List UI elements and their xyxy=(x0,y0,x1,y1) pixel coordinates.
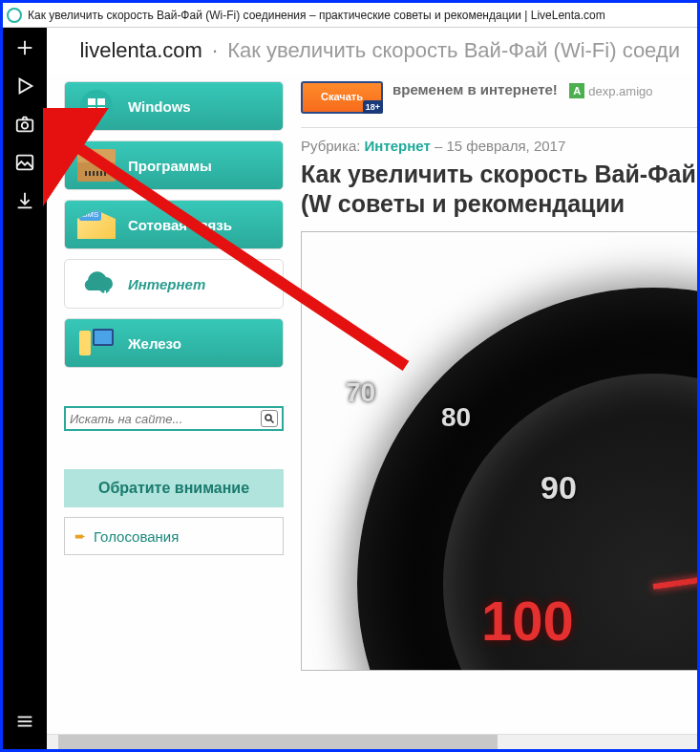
category-mobile[interactable]: SMS Сотовая связь xyxy=(64,200,284,249)
main-content: Скачать 18+ временем в интернете! A dexp… xyxy=(284,81,697,749)
rubric-row: Рубрика: Интернет – 15 февраля, 2017 xyxy=(301,138,697,154)
box-icon xyxy=(77,149,116,182)
svg-rect-3 xyxy=(17,119,33,131)
category-hardware[interactable]: Железо xyxy=(64,318,284,368)
play-icon[interactable] xyxy=(14,75,35,97)
category-windows[interactable]: Windows xyxy=(64,81,284,131)
windows-icon xyxy=(80,90,113,122)
opera-sidebar xyxy=(3,28,47,749)
speedometer-needle xyxy=(653,547,697,590)
search-input[interactable] xyxy=(70,412,261,426)
ad-banner[interactable]: Скачать 18+ временем в интернете! A dexp… xyxy=(301,81,697,114)
rubric-link[interactable]: Интернет xyxy=(365,138,431,154)
search-button[interactable] xyxy=(261,410,278,427)
mail-icon: SMS xyxy=(77,210,116,239)
window-title: Как увеличить скорость Вай-Фай (Wi-Fi) с… xyxy=(28,9,605,22)
svg-point-10 xyxy=(265,415,271,420)
attention-heading: Обратите внимание xyxy=(64,469,284,507)
speedo-tick-70: 70 xyxy=(346,377,375,408)
scrollbar-thumb[interactable] xyxy=(58,735,498,749)
svg-line-11 xyxy=(271,420,274,423)
category-internet[interactable]: Интернет xyxy=(64,259,284,309)
article-date: 15 февраля, 2017 xyxy=(447,138,566,154)
address-bar[interactable]: livelenta.com · Как увеличить скорость В… xyxy=(47,28,697,74)
extension-badge: A dexp.amigo xyxy=(569,83,652,98)
download-badge[interactable]: Скачать 18+ xyxy=(301,81,383,114)
svg-marker-2 xyxy=(20,79,32,94)
site-sidebar: Windows Программы SMS Сотовая связь xyxy=(64,81,284,749)
url-text: livelenta.com · Как увеличить скорость В… xyxy=(79,38,680,63)
menu-icon[interactable] xyxy=(14,711,35,732)
cloud-icon xyxy=(77,271,116,296)
age-badge: 18+ xyxy=(363,100,383,114)
article-title: Как увеличить скорость Вай-Фай (W советы… xyxy=(301,160,697,220)
new-tab-icon[interactable] xyxy=(14,37,35,58)
download-icon[interactable] xyxy=(14,190,35,211)
arrow-right-icon: ➨ xyxy=(74,528,86,544)
vote-link[interactable]: ➨ Голосования xyxy=(64,517,284,555)
hero-image: 70 80 90 100 xyxy=(301,231,697,671)
url-domain: livelenta.com xyxy=(79,38,202,62)
svg-point-4 xyxy=(22,122,28,128)
horizontal-scrollbar[interactable] xyxy=(47,734,697,749)
divider xyxy=(301,127,697,128)
category-programs[interactable]: Программы xyxy=(64,140,284,190)
gallery-icon[interactable] xyxy=(14,152,35,173)
pc-icon xyxy=(79,329,114,357)
site-search[interactable] xyxy=(64,406,284,431)
favicon-icon xyxy=(7,8,22,23)
window-titlebar: Как увеличить скорость Вай-Фай (Wi-Fi) с… xyxy=(3,3,697,28)
camera-icon[interactable] xyxy=(14,114,35,135)
speedo-tick-90: 90 xyxy=(541,469,577,506)
speedo-tick-80: 80 xyxy=(441,402,471,433)
banner-tagline: временем в интернете! xyxy=(392,81,558,97)
url-path: Как увеличить скорость Вай-Фай (Wi-Fi) с… xyxy=(227,38,680,62)
speedo-tick-100: 100 xyxy=(481,589,574,653)
